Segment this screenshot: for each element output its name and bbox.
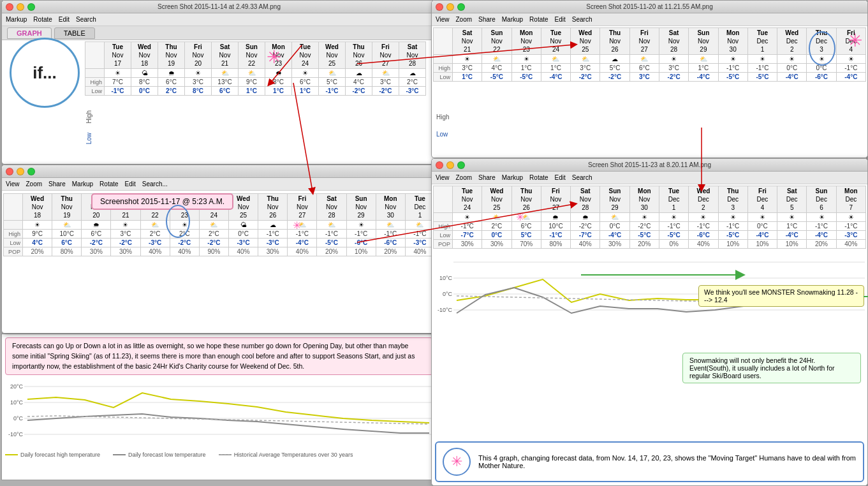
toolbar4-edit[interactable]: Edit <box>555 174 566 181</box>
legend-high: Daily forecast high temperature <box>5 452 100 458</box>
toolbar3-view[interactable]: View <box>436 16 450 23</box>
low-label-1: Low <box>85 133 92 144</box>
toolbar2-edit[interactable]: Edit <box>125 180 136 188</box>
if-logo: if... <box>10 40 80 97</box>
close-btn-2[interactable] <box>6 168 13 175</box>
tab-graph[interactable]: GRAPH <box>7 27 52 39</box>
toolbar3-share[interactable]: Share <box>478 16 496 23</box>
svg-text:10°C: 10°C <box>10 399 24 406</box>
titlebar-3: Screen Shot 2015-11-20 at 11.21.55 AM.pn… <box>432 1 867 13</box>
minimize-btn-1[interactable] <box>17 3 24 11</box>
toolbar-4: View Zoom Share Markup Rotate Edit Searc… <box>432 172 867 184</box>
window-buttons-4 <box>436 161 465 169</box>
toolbar4-rotate[interactable]: Rotate <box>529 174 548 181</box>
toolbar4-search[interactable]: Search <box>572 174 592 181</box>
toolbar2-markup[interactable]: Markup <box>72 180 93 188</box>
annotation-pink: Forecasts can go Up or Down a lot in as … <box>5 337 433 375</box>
minimize-btn-3[interactable] <box>446 3 454 11</box>
tab-table[interactable]: TABLE <box>54 27 95 39</box>
close-btn-1[interactable] <box>6 3 13 11</box>
toolbar3-edit[interactable]: Edit <box>555 16 566 23</box>
svg-text:10°C: 10°C <box>439 275 453 281</box>
chart-legend: Daily forecast high temperature Daily fo… <box>2 452 436 458</box>
high-label-1: High <box>85 110 92 124</box>
toolbar2-view[interactable]: View <box>6 180 20 188</box>
snowmaking-note: Snowmaking will not only benefit the 24H… <box>682 353 861 383</box>
toolbar4-view[interactable]: View <box>436 174 450 181</box>
maximize-btn-2[interactable] <box>27 168 35 175</box>
toolbar4-zoom[interactable]: Zoom <box>456 174 473 181</box>
toolbar3-search[interactable]: Search <box>572 16 592 23</box>
toolbar-2: View Zoom Share Markup Rotate Edit Searc… <box>2 178 436 191</box>
minimize-btn-4[interactable] <box>446 161 454 169</box>
close-btn-3[interactable] <box>436 3 443 11</box>
window-title-4: Screen Shot 2015-11-23 at 8.20.11 AM.png <box>588 161 711 168</box>
window-title-3: Screen Shot 2015-11-20 at 11.21.55 AM.pn… <box>586 3 712 10</box>
weather-content-3: ✳ SatNov21 SunNov22 MonNov23 TueNov24 We… <box>432 26 867 82</box>
screenshot2-label: Screenshot 2015-11-17 @ 5:23 A.M. <box>91 193 233 210</box>
toolbar2-rotate[interactable]: Rotate <box>99 180 118 188</box>
bottom-annotation: ✳ This 4 graph, changing forecast data, … <box>435 441 864 482</box>
maximize-btn-3[interactable] <box>457 3 465 11</box>
svg-text:-10°C: -10°C <box>8 431 24 438</box>
window-title-1: Screen Shot 2015-11-14 at 2.49.33 AM.png <box>158 3 281 10</box>
low-label-3: Low <box>436 131 448 138</box>
legend-historical: Historical Average Temperatures over 30 … <box>219 452 353 458</box>
snowflake-3: ✳ <box>848 30 862 51</box>
tab-bar-1: GRAPH TABLE <box>2 26 436 40</box>
toolbar4-share[interactable]: Share <box>478 174 496 181</box>
toolbar2-zoom[interactable]: Zoom <box>26 180 43 188</box>
weather-table-4: TueNov24 WedNov25 ThuNov26 FriNov27 SatN… <box>433 186 866 249</box>
toolbar3-markup[interactable]: Markup <box>502 16 523 23</box>
weather-table-1: TueNov17 WedNov18 ThuNov19 FriNov20 SatN… <box>85 41 426 96</box>
screenshot-window-1: Screen Shot 2015-11-14 at 2.49.33 AM.png… <box>1 0 437 165</box>
toolbar-rotate[interactable]: Rotate <box>33 16 52 23</box>
screenshot-window-4: Screen Shot 2015-11-23 at 8.20.11 AM.png… <box>431 158 868 486</box>
weather-content-4: TueNov24 WedNov25 ThuNov26 FriNov27 SatN… <box>432 184 867 249</box>
svg-text:0°C: 0°C <box>13 415 24 422</box>
toolbar-3: View Zoom Share Markup Rotate Edit Searc… <box>432 13 867 26</box>
window-buttons-2 <box>6 168 35 175</box>
legend-low: Daily forecast low temperature <box>113 452 206 458</box>
toolbar-markup[interactable]: Markup <box>6 16 27 23</box>
window-buttons-1 <box>6 3 35 11</box>
toolbar4-markup[interactable]: Markup <box>502 174 523 181</box>
titlebar-1: Screen Shot 2015-11-14 at 2.49.33 AM.png <box>2 1 436 13</box>
toolbar3-zoom[interactable]: Zoom <box>456 16 473 23</box>
screenshot-window-3: Screen Shot 2015-11-20 at 11.21.55 AM.pn… <box>431 0 868 158</box>
toolbar3-rotate[interactable]: Rotate <box>529 16 548 23</box>
close-btn-4[interactable] <box>436 161 443 169</box>
svg-text:20°C: 20°C <box>10 383 24 390</box>
maximize-btn-1[interactable] <box>27 3 35 11</box>
snowflake-1: ✳ <box>267 47 281 68</box>
window-buttons-3 <box>436 3 465 11</box>
toolbar-1: Markup Rotate Edit Search <box>2 13 436 26</box>
snowflake-circle-bottom: ✳ <box>443 448 471 476</box>
chart-area-left: Forecasts can go Up or Down a lot in as … <box>1 334 437 480</box>
snowmaking-callout: We think you'll see MONSTER Snowmaking 1… <box>698 285 864 307</box>
svg-text:-10°C: -10°C <box>438 307 453 313</box>
weather-content-1: if... TueNov17 WedNov18 ThuNov19 FriNov2… <box>2 40 436 97</box>
weather-table-3: SatNov21 SunNov22 MonNov23 TueNov24 WedN… <box>433 27 866 82</box>
maximize-btn-4[interactable] <box>457 161 465 169</box>
toolbar2-share[interactable]: Share <box>48 180 66 188</box>
titlebar-4: Screen Shot 2015-11-23 at 8.20.11 AM.png <box>432 159 867 172</box>
screenshot-window-2: View Zoom Share Markup Rotate Edit Searc… <box>1 165 437 334</box>
chart-left-svg: 20°C 10°C 0°C -10°C <box>5 377 432 450</box>
toolbar-edit[interactable]: Edit <box>59 16 70 23</box>
main-container: Screen Shot 2015-11-14 at 2.49.33 AM.png… <box>0 0 868 486</box>
chart-left-container: 20°C 10°C 0°C -10°C <box>2 377 436 452</box>
minimize-btn-2[interactable] <box>17 168 24 175</box>
toolbar-search[interactable]: Search <box>76 16 96 23</box>
svg-text:0°C: 0°C <box>443 291 453 297</box>
titlebar-2 <box>2 165 436 178</box>
toolbar2-search[interactable]: Search... <box>142 180 168 188</box>
high-label-3: High <box>436 114 450 121</box>
